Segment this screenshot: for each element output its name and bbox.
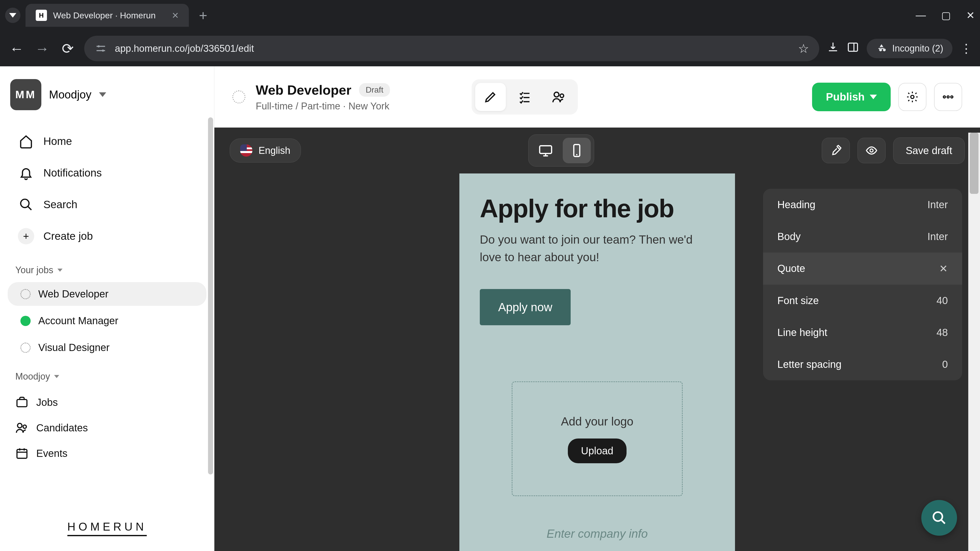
sidebar-scrollbar[interactable] <box>207 66 214 551</box>
side-panel-icon[interactable] <box>847 41 859 56</box>
job-header: Web Developer Draft Full-time / Part-tim… <box>215 66 980 127</box>
brush-icon <box>830 144 842 157</box>
mobile-view-button[interactable] <box>563 138 591 163</box>
typo-line-height-row[interactable]: Line height 48 <box>763 317 962 348</box>
edit-mode-button[interactable] <box>475 83 506 111</box>
svg-point-7 <box>18 424 22 428</box>
typo-value: 40 <box>937 295 948 306</box>
publish-button[interactable]: Publish <box>812 83 891 111</box>
settings-button[interactable] <box>898 83 926 111</box>
typo-body-row[interactable]: Body Inter <box>763 221 962 252</box>
typo-letter-spacing-row[interactable]: Letter spacing 0 <box>763 348 962 380</box>
your-jobs-section[interactable]: Your jobs <box>0 254 214 281</box>
mode-switcher <box>472 79 578 114</box>
more-button[interactable] <box>934 83 962 111</box>
job-item-web-developer[interactable]: Web Developer <box>8 282 207 306</box>
canvas-area: Apply for the job Do you want to join ou… <box>215 173 980 551</box>
job-name: Web Developer <box>38 288 108 300</box>
typo-label: Font size <box>777 295 819 306</box>
incognito-label: Incognito (2) <box>892 43 943 54</box>
new-tab-button[interactable]: + <box>199 7 207 24</box>
typo-label: Letter spacing <box>777 359 842 370</box>
svg-point-0 <box>98 45 100 48</box>
address-bar[interactable]: app.homerun.co/job/336501/edit ☆ <box>84 36 819 61</box>
company-info-placeholder[interactable]: Enter company info <box>480 527 714 540</box>
forward-button[interactable]: → <box>33 40 51 57</box>
svg-rect-2 <box>848 43 858 51</box>
device-switcher <box>528 135 594 167</box>
status-dot-draft <box>21 289 30 299</box>
gear-icon <box>906 91 919 103</box>
job-item-account-manager[interactable]: Account Manager <box>8 309 207 333</box>
maximize-icon[interactable]: ▢ <box>941 10 951 21</box>
flag-us-icon <box>240 144 252 157</box>
chevron-down-icon <box>99 92 106 97</box>
nav-label: Home <box>43 135 72 148</box>
job-item-visual-designer[interactable]: Visual Designer <box>8 336 207 359</box>
section-label: Moodjoy <box>15 371 50 382</box>
back-button[interactable]: ← <box>8 40 25 57</box>
nav-notifications[interactable]: Notifications <box>8 157 207 189</box>
bookmark-icon[interactable]: ☆ <box>798 41 809 56</box>
nav-search[interactable]: Search <box>8 189 207 221</box>
typography-panel: Heading Inter Body Inter Quote ✕ Font si… <box>763 189 962 380</box>
desktop-view-button[interactable] <box>531 138 560 163</box>
help-fab[interactable] <box>921 500 957 536</box>
homerun-logo: HOMERUN <box>0 508 214 551</box>
typo-label: Body <box>777 231 800 242</box>
browser-tab[interactable]: H Web Developer · Homerun × <box>25 4 189 27</box>
nav-home[interactable]: Home <box>8 125 207 157</box>
nav-label: Search <box>43 198 77 211</box>
nav-jobs[interactable]: Jobs <box>0 389 214 415</box>
canvas-body[interactable]: Do you want to join our team? Then we'd … <box>480 231 714 266</box>
typo-heading-row[interactable]: Heading Inter <box>763 189 962 221</box>
chevron-down-icon <box>870 95 877 99</box>
svg-rect-19 <box>540 146 552 153</box>
mobile-icon <box>570 143 584 158</box>
reload-button[interactable]: ⟳ <box>59 40 76 57</box>
tab-search-dropdown[interactable] <box>5 8 21 23</box>
canvas-heading[interactable]: Apply for the job <box>480 194 714 223</box>
incognito-badge[interactable]: Incognito (2) <box>867 39 953 58</box>
apply-now-button[interactable]: Apply now <box>480 289 571 325</box>
nav-create-job[interactable]: + Create job <box>8 221 207 252</box>
svg-point-4 <box>21 199 29 208</box>
language-selector[interactable]: English <box>230 138 301 162</box>
typo-value: Inter <box>928 231 948 242</box>
chevron-down-icon <box>57 268 62 272</box>
browser-menu-icon[interactable]: ⋮ <box>960 41 972 56</box>
org-avatar: MM <box>10 79 41 110</box>
editor-toolbar: English Save draft <box>215 127 980 173</box>
downloads-icon[interactable] <box>827 41 839 56</box>
minimize-icon[interactable]: — <box>916 10 926 21</box>
page-scrollbar[interactable] <box>968 133 980 551</box>
typo-quote-row[interactable]: Quote ✕ <box>763 252 962 285</box>
svg-point-24 <box>870 149 873 152</box>
close-tab-icon[interactable]: × <box>172 9 179 22</box>
nav-candidates[interactable]: Candidates <box>0 415 214 441</box>
preview-button[interactable] <box>858 138 886 163</box>
nav-events[interactable]: Events <box>0 441 214 466</box>
logo-dropzone[interactable]: Add your logo Upload <box>512 381 682 496</box>
home-icon <box>18 133 34 149</box>
svg-rect-9 <box>17 449 27 458</box>
close-window-icon[interactable]: ✕ <box>966 10 975 21</box>
org-switcher[interactable]: MM Moodjoy <box>0 66 214 123</box>
draft-badge: Draft <box>359 83 390 97</box>
checklist-mode-button[interactable] <box>509 83 540 111</box>
status-dot-draft <box>21 343 30 353</box>
mobile-preview[interactable]: Apply for the job Do you want to join ou… <box>460 173 735 551</box>
svg-rect-6 <box>17 400 27 407</box>
svg-point-8 <box>23 425 26 428</box>
typo-value: Inter <box>928 199 948 210</box>
theme-button[interactable] <box>822 138 850 163</box>
upload-button[interactable]: Upload <box>568 438 627 463</box>
org-section[interactable]: Moodjoy <box>0 361 214 387</box>
close-icon[interactable]: ✕ <box>939 263 948 275</box>
save-draft-button[interactable]: Save draft <box>893 138 965 164</box>
typo-font-size-row[interactable]: Font size 40 <box>763 285 962 317</box>
logo-drop-label: Add your logo <box>561 414 633 428</box>
site-settings-icon[interactable] <box>94 42 107 55</box>
candidates-mode-button[interactable] <box>544 83 574 111</box>
people-icon <box>15 421 29 434</box>
